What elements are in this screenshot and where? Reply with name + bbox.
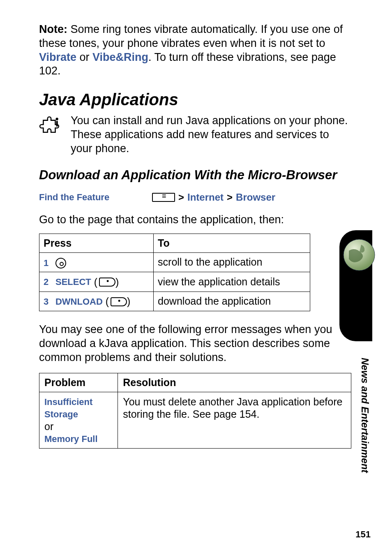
puzzle-icon xyxy=(39,114,60,137)
breadcrumb-separator: > xyxy=(227,192,233,203)
table-header-row: Problem Resolution xyxy=(39,373,351,392)
note-vibering: Vibe&Ring xyxy=(92,51,148,63)
step-to-cell: view the application details xyxy=(154,272,310,292)
breadcrumb-separator: > xyxy=(178,192,184,203)
intro-row: You can install and run Java application… xyxy=(39,114,353,155)
header-problem: Problem xyxy=(39,373,118,392)
step-press-cell: 3 DWNLOAD () xyxy=(39,292,154,311)
problems-table: Problem Resolution Insufficient Storage … xyxy=(39,373,351,449)
step-press-cell: 2 SELECT () xyxy=(39,272,154,292)
header-press: Press xyxy=(39,234,154,253)
find-feature-label: Find the Feature xyxy=(39,192,152,203)
note-prefix: Note: xyxy=(39,23,67,35)
globe-icon xyxy=(341,236,378,275)
heading-download-app: Download an Application With the Micro-B… xyxy=(39,168,353,183)
find-feature-row: Find the Feature > Internet > Browser xyxy=(39,192,353,203)
problem-or: or xyxy=(44,421,53,432)
table-row: Insufficient Storage or Memory Full You … xyxy=(39,392,351,449)
goto-text: Go to the page that contains the applica… xyxy=(39,213,353,226)
note-vibrate: Vibrate xyxy=(39,51,76,63)
find-feature-path: > Internet > Browser xyxy=(152,192,275,203)
menu-key-icon xyxy=(152,193,175,202)
step-number: 3 xyxy=(44,296,53,307)
table-header-row: Press To xyxy=(39,234,310,253)
steps-table: Press To 1 scroll to the application 2 S… xyxy=(39,234,310,311)
step-to-cell: download the application xyxy=(154,292,310,311)
heading-java-applications: Java Applications xyxy=(39,90,353,109)
step-number: 1 xyxy=(44,258,53,268)
step-press-cell: 1 xyxy=(39,253,154,272)
table-row: 3 DWNLOAD () download the application xyxy=(39,292,310,311)
softkey-icon: () xyxy=(94,276,119,288)
table-row: 2 SELECT () view the application details xyxy=(39,272,310,292)
note-body-a: Some ring tones vibrate automatically. I… xyxy=(39,23,343,49)
step-to-cell: scroll to the application xyxy=(154,253,310,272)
problem-label-b: Memory Full xyxy=(44,434,98,444)
step-action: DWNLOAD xyxy=(55,296,103,307)
error-paragraph: You may see one of the following error m… xyxy=(39,323,353,364)
path-internet: Internet xyxy=(187,192,224,203)
header-to: To xyxy=(154,234,310,253)
softkey-icon: () xyxy=(106,296,131,308)
problem-label-a: Insufficient Storage xyxy=(44,397,92,420)
page-number: 151 xyxy=(355,529,371,540)
header-resolution: Resolution xyxy=(118,373,351,392)
problem-cell: Insufficient Storage or Memory Full xyxy=(39,392,118,449)
side-section-label: News and Entertainment xyxy=(359,358,371,473)
svg-point-0 xyxy=(56,118,58,120)
intro-text: You can install and run Java application… xyxy=(71,114,353,155)
step-action: SELECT xyxy=(55,277,91,287)
table-row: 1 scroll to the application xyxy=(39,253,310,272)
step-number: 2 xyxy=(44,277,53,287)
note-paragraph: Note: Some ring tones vibrate automatica… xyxy=(39,23,353,78)
svg-rect-1 xyxy=(56,121,58,127)
path-browser: Browser xyxy=(236,192,275,203)
note-or: or xyxy=(76,51,92,63)
resolution-cell: You must delete another Java application… xyxy=(118,392,351,449)
nav-circle-icon xyxy=(55,258,66,268)
